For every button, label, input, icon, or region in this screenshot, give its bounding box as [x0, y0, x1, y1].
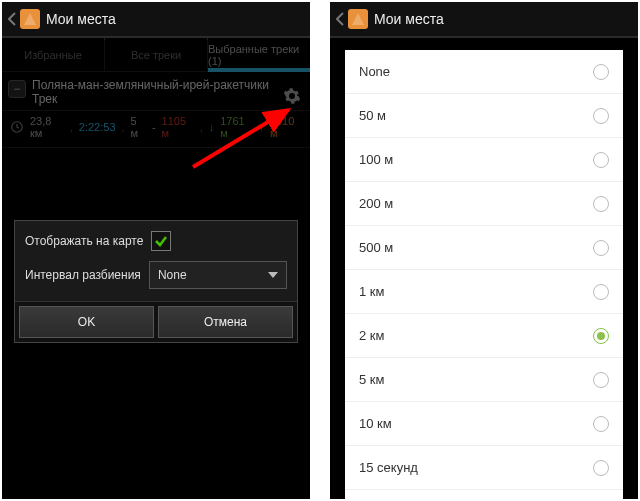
chevron-down-icon: [268, 272, 278, 278]
radio-icon: [593, 460, 609, 476]
picker-option[interactable]: 100 м: [345, 138, 623, 182]
radio-icon: [593, 108, 609, 124]
picker-option[interactable]: 2 км: [345, 314, 623, 358]
radio-icon: [593, 416, 609, 432]
stat-s1: 5 м: [131, 115, 146, 139]
stat-s3: 1761 м: [220, 115, 252, 139]
show-on-map-checkbox[interactable]: [151, 231, 171, 251]
phone-left: Мои места Избранные Все треки Выбранные …: [2, 2, 310, 499]
picker-option[interactable]: 5 км: [345, 358, 623, 402]
arrow-up-icon: ↑: [258, 121, 264, 133]
track-main: Поляна-ман-земляничный-ирей-ракетчики Тр…: [32, 78, 274, 106]
track-title: Поляна-ман-земляничный-ирей-ракетчики: [32, 78, 274, 92]
arrow-down-icon: ↓: [209, 121, 215, 133]
clock-icon: [10, 120, 24, 134]
split-interval-label: Интервал разбиения: [25, 268, 141, 282]
back-icon[interactable]: [334, 8, 346, 30]
track-checkbox[interactable]: −: [8, 80, 26, 98]
actionbar: Мои места: [2, 2, 310, 38]
track-row[interactable]: − Поляна-ман-земляничный-ирей-ракетчики …: [2, 72, 310, 111]
radio-icon: [593, 64, 609, 80]
track-stats: 23,8 км, 2:22:53, 5 м - 1105 м, ↓ 1761 м…: [2, 111, 310, 148]
picker-option[interactable]: 200 м: [345, 182, 623, 226]
app-icon: [20, 9, 40, 29]
track-subtitle: Трек: [32, 92, 274, 106]
picker-option[interactable]: None: [345, 50, 623, 94]
actionbar: Мои места: [330, 2, 638, 38]
radio-icon: [593, 372, 609, 388]
picker-option[interactable]: 50 м: [345, 94, 623, 138]
gear-icon[interactable]: [280, 84, 304, 108]
page-title: Мои места: [374, 11, 444, 27]
settings-dialog: Отображать на карте Интервал разбиения N…: [14, 220, 298, 343]
interval-picker: None 50 м 100 м 200 м 500 м 1 км 2 км 5 …: [345, 50, 623, 499]
stat-s4: 1010 м: [270, 115, 302, 139]
picker-option[interactable]: 15 секунд: [345, 446, 623, 490]
radio-icon: [593, 196, 609, 212]
radio-icon: [593, 328, 609, 344]
picker-option[interactable]: 10 км: [345, 402, 623, 446]
radio-icon: [593, 240, 609, 256]
tab-favorites[interactable]: Избранные: [2, 38, 105, 71]
radio-icon: [593, 284, 609, 300]
stat-s2: 1105 м: [162, 115, 194, 139]
picker-option[interactable]: 500 м: [345, 226, 623, 270]
split-interval-spinner[interactable]: None: [149, 261, 287, 289]
show-on-map-label: Отображать на карте: [25, 234, 143, 248]
stat-time: 2:22:53: [79, 121, 116, 133]
split-interval-value: None: [158, 268, 187, 282]
tabs: Избранные Все треки Выбранные треки (1): [2, 38, 310, 72]
phone-right: Мои места None 50 м 100 м 200 м 500 м 1 …: [330, 2, 638, 499]
cancel-button[interactable]: Отмена: [158, 306, 293, 338]
picker-option[interactable]: 1 км: [345, 270, 623, 314]
page-title: Мои места: [46, 11, 116, 27]
app-icon: [348, 9, 368, 29]
ok-button[interactable]: OK: [19, 306, 154, 338]
back-icon[interactable]: [6, 8, 18, 30]
radio-icon: [593, 152, 609, 168]
tab-all-tracks[interactable]: Все треки: [105, 38, 208, 71]
stat-distance: 23,8 км: [30, 115, 64, 139]
tab-selected-tracks[interactable]: Выбранные треки (1): [208, 38, 310, 71]
